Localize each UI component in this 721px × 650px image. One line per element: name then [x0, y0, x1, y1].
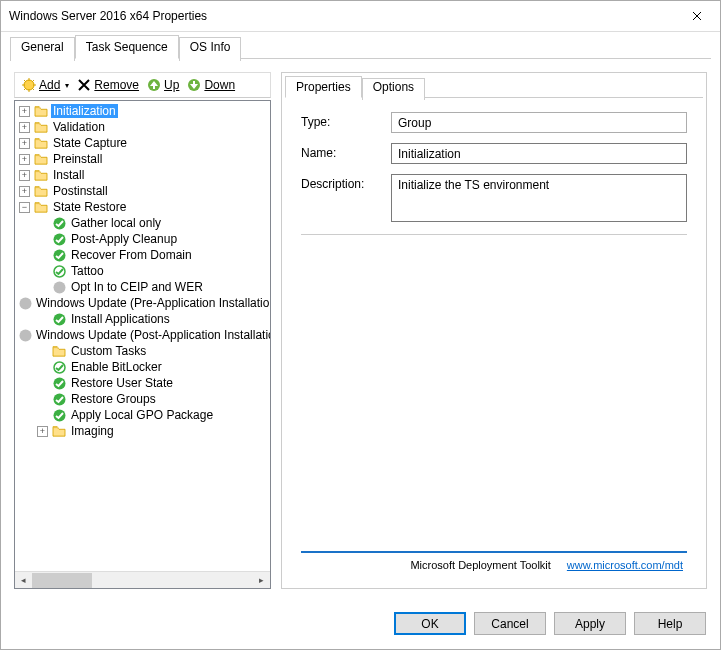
circle-grey-icon [19, 296, 32, 310]
tree-item[interactable]: Apply Local GPO Package [15, 407, 270, 423]
tree-item[interactable]: Windows Update (Post-Application Install… [15, 327, 270, 343]
tree-item-label: Imaging [69, 424, 116, 438]
add-button[interactable]: Add ▾ [19, 77, 72, 93]
tree-item[interactable]: Install Applications [15, 311, 270, 327]
tree-item[interactable]: +Postinstall [15, 183, 270, 199]
tree-item-label: Windows Update (Post-Application Install… [34, 328, 270, 342]
check-outline-icon [51, 360, 67, 374]
type-label: Type: [301, 112, 391, 129]
window-close-button[interactable] [674, 2, 719, 31]
tree-item-label: Preinstall [51, 152, 104, 166]
right-pane: PropertiesOptions Type: Group Name: Desc… [281, 72, 707, 589]
tree-container: +Initialization+Validation+State Capture… [14, 100, 271, 589]
circle-grey-icon [51, 280, 67, 294]
tree-item-label: Install [51, 168, 86, 182]
tree-item-label: Restore User State [69, 376, 175, 390]
check-green-icon [51, 312, 67, 326]
type-value: Group [391, 112, 687, 133]
check-green-icon [51, 408, 67, 422]
outer-tab-general[interactable]: General [10, 37, 75, 61]
expand-icon[interactable]: + [19, 186, 30, 197]
scroll-thumb[interactable] [32, 573, 92, 588]
tree-item[interactable]: +Install [15, 167, 270, 183]
horizontal-scrollbar[interactable]: ◂ ▸ [15, 571, 270, 588]
folder-icon [51, 344, 67, 358]
scroll-right-icon[interactable]: ▸ [253, 573, 270, 588]
tree-item-label: Tattoo [69, 264, 106, 278]
mdt-link[interactable]: www.microsoft.com/mdt [567, 559, 683, 571]
inner-tab-strip: PropertiesOptions [283, 74, 705, 98]
outer-tab-os-info[interactable]: OS Info [179, 37, 242, 61]
circle-grey-icon [19, 328, 32, 342]
tree-item[interactable]: Windows Update (Pre-Application Installa… [15, 295, 270, 311]
check-green-icon [51, 232, 67, 246]
divider [301, 234, 687, 235]
tree-item[interactable]: +Initialization [15, 103, 270, 119]
cancel-button[interactable]: Cancel [474, 612, 546, 635]
remove-icon [77, 78, 91, 92]
name-input[interactable] [391, 143, 687, 164]
expand-icon[interactable]: + [19, 106, 30, 117]
properties-panel: Type: Group Name: Description: Microsoft… [283, 98, 705, 587]
folder-icon [33, 184, 49, 198]
folder-icon [51, 424, 67, 438]
tree-item[interactable]: Tattoo [15, 263, 270, 279]
collapse-icon[interactable]: − [19, 202, 30, 213]
folder-icon [33, 152, 49, 166]
tree-item[interactable]: Enable BitLocker [15, 359, 270, 375]
ok-button[interactable]: OK [394, 612, 466, 635]
dialog-button-row: OK Cancel Apply Help [1, 602, 720, 649]
tree-item[interactable]: Restore Groups [15, 391, 270, 407]
tree-item-label: Recover From Domain [69, 248, 194, 262]
tree-item[interactable]: +State Capture [15, 135, 270, 151]
tree-item[interactable]: −State Restore [15, 199, 270, 215]
tree-item[interactable]: Recover From Domain [15, 247, 270, 263]
outer-tab-strip: GeneralTask SequenceOS Info [1, 32, 720, 59]
outer-tab-task-sequence[interactable]: Task Sequence [75, 35, 179, 59]
apply-button[interactable]: Apply [554, 612, 626, 635]
remove-button[interactable]: Remove [74, 77, 142, 93]
up-button[interactable]: Up [144, 77, 182, 93]
up-arrow-icon [147, 78, 161, 92]
tree-item-label: State Capture [51, 136, 129, 150]
tree-item[interactable]: Custom Tasks [15, 343, 270, 359]
tree-item[interactable]: Gather local only [15, 215, 270, 231]
expand-icon[interactable]: + [37, 426, 48, 437]
add-icon [22, 78, 36, 92]
svg-point-15 [53, 281, 65, 293]
mdt-footer: Microsoft Deployment Toolkit www.microso… [301, 551, 687, 573]
description-input[interactable] [391, 174, 687, 222]
expand-icon[interactable]: + [19, 154, 30, 165]
folder-icon [33, 200, 49, 214]
tree-item-label: Postinstall [51, 184, 110, 198]
inner-tab-properties[interactable]: Properties [285, 76, 362, 98]
dropdown-arrow-icon: ▾ [65, 81, 69, 90]
tree-item[interactable]: +Imaging [15, 423, 270, 439]
tree-item-label: Initialization [51, 104, 118, 118]
tree-item-label: Post-Apply Cleanup [69, 232, 179, 246]
tree-item-label: Gather local only [69, 216, 163, 230]
help-button[interactable]: Help [634, 612, 706, 635]
tree-item[interactable]: +Preinstall [15, 151, 270, 167]
check-green-icon [51, 248, 67, 262]
tree-item[interactable]: Post-Apply Cleanup [15, 231, 270, 247]
tree-toolbar: Add ▾ Remove Up Down [14, 72, 271, 98]
inner-tab-options[interactable]: Options [362, 78, 425, 100]
scroll-left-icon[interactable]: ◂ [15, 573, 32, 588]
expand-icon[interactable]: + [19, 138, 30, 149]
close-icon [692, 11, 702, 21]
task-sequence-tree[interactable]: +Initialization+Validation+State Capture… [15, 101, 270, 571]
down-button[interactable]: Down [184, 77, 238, 93]
expand-icon[interactable]: + [19, 122, 30, 133]
svg-line-6 [32, 88, 34, 90]
svg-line-5 [24, 80, 26, 82]
tree-item[interactable]: Restore User State [15, 375, 270, 391]
folder-icon [33, 136, 49, 150]
tree-item-label: State Restore [51, 200, 128, 214]
tree-item-label: Windows Update (Pre-Application Installa… [34, 296, 270, 310]
tree-item-label: Custom Tasks [69, 344, 148, 358]
dialog-window: Windows Server 2016 x64 Properties Gener… [0, 0, 721, 650]
tree-item[interactable]: +Validation [15, 119, 270, 135]
expand-icon[interactable]: + [19, 170, 30, 181]
tree-item[interactable]: Opt In to CEIP and WER [15, 279, 270, 295]
